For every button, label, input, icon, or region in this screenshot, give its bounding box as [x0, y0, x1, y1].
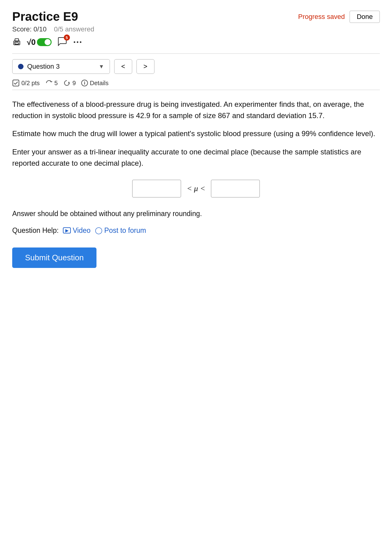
- svg-point-4: [74, 42, 75, 43]
- question-nav-row: Question 3 ▼ < >: [12, 59, 380, 74]
- progress-saved-label: Progress saved: [298, 13, 345, 21]
- mu-label: < μ <: [187, 184, 205, 193]
- video-icon: ▶: [63, 227, 71, 233]
- submit-button[interactable]: Submit Question: [12, 247, 96, 268]
- checkbox-icon: [12, 79, 20, 87]
- chat-button[interactable]: 5: [57, 36, 67, 48]
- score-answered: 0/5 answered: [54, 25, 94, 33]
- page-title: Practice E9: [12, 10, 78, 23]
- sqrt-label: √0: [27, 38, 36, 47]
- lower-bound-input[interactable]: [132, 180, 181, 197]
- question-body: The effectiveness of a blood-pressure dr…: [12, 99, 380, 169]
- svg-rect-7: [13, 80, 19, 86]
- more-options-button[interactable]: [73, 38, 82, 47]
- score-row: Score: 0/10 0/5 answered: [12, 25, 380, 33]
- recycle-icon: [63, 79, 71, 87]
- info-icon: i: [81, 80, 88, 86]
- done-button[interactable]: Done: [350, 11, 380, 23]
- question-para-1: The effectiveness of a blood-pressure dr…: [12, 99, 380, 121]
- pts-item: 0/2 pts: [12, 79, 40, 87]
- score-label: Score: 0/10: [12, 25, 47, 33]
- details-item[interactable]: i Details: [81, 80, 108, 87]
- toggle-switch[interactable]: [37, 38, 52, 46]
- chat-badge: 5: [64, 34, 70, 41]
- dropdown-arrow-icon: ▼: [99, 63, 104, 70]
- divider-1: [12, 53, 380, 54]
- print-icon: [12, 38, 21, 47]
- header-row: Practice E9 Progress saved Done: [12, 10, 380, 23]
- toolbar-row: √0 5: [12, 36, 380, 48]
- print-button[interactable]: [12, 38, 21, 47]
- question-dot: [18, 64, 24, 69]
- forum-icon: ◯: [95, 226, 103, 234]
- question-selector[interactable]: Question 3 ▼: [12, 59, 110, 74]
- retry-label: 5: [54, 80, 58, 87]
- retry-icon: [45, 79, 53, 87]
- recycle-label: 9: [72, 80, 76, 87]
- svg-point-3: [14, 42, 15, 43]
- prev-question-button[interactable]: <: [114, 59, 132, 74]
- answer-row: < μ <: [12, 180, 380, 197]
- question-para-2: Estimate how much the drug will lower a …: [12, 128, 380, 139]
- svg-point-6: [80, 42, 81, 43]
- toggle-knob: [45, 39, 51, 45]
- forum-link[interactable]: ◯ Post to forum: [95, 226, 146, 235]
- svg-rect-2: [15, 43, 19, 44]
- video-label: Video: [73, 226, 90, 235]
- help-row: Question Help: ▶ Video ◯ Post to forum: [12, 226, 380, 235]
- sqrt-toggle-wrap: √0: [27, 38, 52, 47]
- question-para-3: Enter your answer as a tri-linear inequa…: [12, 146, 380, 169]
- recycle-item: 9: [63, 79, 76, 87]
- video-link[interactable]: ▶ Video: [63, 226, 90, 235]
- details-label: Details: [90, 80, 108, 87]
- pts-label: 0/2 pts: [21, 80, 40, 87]
- header-right: Progress saved Done: [298, 11, 380, 23]
- upper-bound-input[interactable]: [211, 180, 260, 197]
- retry-item: 5: [45, 79, 58, 87]
- question-help-label: Question Help:: [12, 226, 59, 235]
- divider-2: [12, 90, 380, 90]
- ellipsis-icon: [73, 38, 82, 47]
- forum-label: Post to forum: [104, 226, 146, 235]
- next-question-button[interactable]: >: [136, 59, 154, 74]
- question-label: Question 3: [27, 63, 95, 70]
- svg-point-5: [77, 42, 78, 43]
- meta-row: 0/2 pts 5 9 i Details: [12, 79, 380, 87]
- rounding-note: Answer should be obtained without any pr…: [12, 210, 380, 218]
